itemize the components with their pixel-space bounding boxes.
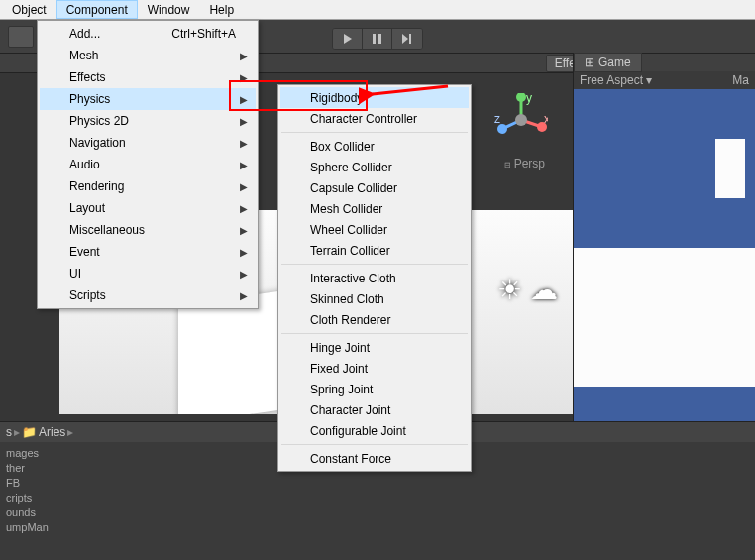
chevron-right-icon: ▶ xyxy=(240,138,248,149)
projection-label[interactable]: ⊟ Persp xyxy=(504,157,545,170)
component-dropdown: Add... Ctrl+Shift+A Mesh▶ Effects▶ Physi… xyxy=(37,20,259,309)
menu-ui[interactable]: UI▶ xyxy=(40,263,256,284)
menu-separator xyxy=(281,444,468,445)
submenu-capsule-collider[interactable]: Capsule Collider xyxy=(280,177,469,198)
menu-physics-2d[interactable]: Physics 2D▶ xyxy=(40,110,256,132)
submenu-configurable-joint[interactable]: Configurable Joint xyxy=(280,420,469,441)
play-controls xyxy=(332,28,423,50)
game-tab[interactable]: ⊞ Game xyxy=(574,53,642,72)
submenu-character-controller[interactable]: Character Controller xyxy=(280,108,469,129)
asset-item[interactable]: umpMan xyxy=(6,520,749,534)
svg-marker-3 xyxy=(402,34,408,44)
submenu-interactive-cloth[interactable]: Interactive Cloth xyxy=(280,268,469,288)
game-icon: ⊞ xyxy=(585,56,594,69)
submenu-spring-joint[interactable]: Spring Joint xyxy=(280,379,469,399)
step-button[interactable] xyxy=(392,29,422,49)
submenu-rigidbody[interactable]: Rigidbody xyxy=(280,87,469,108)
submenu-constant-force[interactable]: Constant Force xyxy=(280,448,469,469)
menu-component[interactable]: Component xyxy=(56,0,138,19)
menu-audio[interactable]: Audio▶ xyxy=(40,154,256,175)
chevron-right-icon: ▶ xyxy=(240,72,248,83)
aspect-dropdown[interactable]: Free Aspect ▾ xyxy=(580,73,652,87)
menu-separator xyxy=(281,132,468,133)
menubar: Object Component Window Help xyxy=(0,0,755,20)
pause-button[interactable] xyxy=(363,29,392,49)
svg-marker-0 xyxy=(344,34,352,44)
svg-text:y: y xyxy=(526,93,532,105)
menu-shortcut-label: Ctrl+Shift+A xyxy=(171,27,236,41)
submenu-character-joint[interactable]: Character Joint xyxy=(280,399,469,420)
chevron-right-icon: ▶ xyxy=(240,94,248,105)
asset-item[interactable]: ounds xyxy=(6,505,749,519)
breadcrumb-item: 📁 Aries▸ xyxy=(22,425,73,439)
asset-item[interactable]: cripts xyxy=(6,491,749,504)
menu-add[interactable]: Add... Ctrl+Shift+A xyxy=(40,23,256,45)
chevron-right-icon: ▶ xyxy=(240,247,248,258)
tool-hand-icon[interactable] xyxy=(8,26,34,48)
chevron-right-icon: ▶ xyxy=(240,269,248,280)
submenu-sphere-collider[interactable]: Sphere Collider xyxy=(280,157,469,177)
chevron-right-icon: ▶ xyxy=(240,116,248,127)
menu-navigation[interactable]: Navigation▶ xyxy=(40,132,256,154)
svg-point-6 xyxy=(516,93,526,102)
maximize-toggle[interactable]: Ma xyxy=(732,73,749,87)
chevron-right-icon: ▶ xyxy=(240,51,248,61)
svg-text:x: x xyxy=(544,112,548,126)
game-panel: ⊞ Game Free Aspect ▾ Ma xyxy=(573,54,755,421)
submenu-terrain-collider[interactable]: Terrain Collider xyxy=(280,240,469,261)
light-gizmo-icon: ☀ ☁ xyxy=(497,274,558,306)
submenu-fixed-joint[interactable]: Fixed Joint xyxy=(280,358,469,379)
menu-layout[interactable]: Layout▶ xyxy=(40,197,256,219)
svg-point-14 xyxy=(515,114,527,126)
submenu-mesh-collider[interactable]: Mesh Collider xyxy=(280,198,469,219)
submenu-cloth-renderer[interactable]: Cloth Renderer xyxy=(280,309,469,330)
chevron-right-icon: ▶ xyxy=(240,290,248,301)
menu-window[interactable]: Window xyxy=(138,0,200,19)
menu-effects[interactable]: Effects▶ xyxy=(40,66,256,88)
menu-mesh[interactable]: Mesh▶ xyxy=(40,45,256,66)
chevron-right-icon: ▶ xyxy=(240,181,248,192)
menu-separator xyxy=(281,264,468,265)
chevron-right-icon: ▶ xyxy=(240,160,248,170)
menu-help[interactable]: Help xyxy=(199,0,244,19)
play-button[interactable] xyxy=(333,29,363,49)
menu-event[interactable]: Event▶ xyxy=(40,241,256,263)
breadcrumb-item: s▸ xyxy=(6,425,20,439)
game-cube xyxy=(715,139,745,198)
chevron-right-icon: ▶ xyxy=(240,225,248,236)
game-view xyxy=(574,89,755,421)
chevron-right-icon: ▶ xyxy=(240,203,248,214)
menu-miscellaneous[interactable]: Miscellaneous▶ xyxy=(40,219,256,241)
physics-submenu: Rigidbody Character Controller Box Colli… xyxy=(277,84,472,472)
svg-text:z: z xyxy=(494,112,500,126)
submenu-hinge-joint[interactable]: Hinge Joint xyxy=(280,337,469,358)
game-floor xyxy=(574,248,755,387)
menu-physics[interactable]: Physics▶ xyxy=(40,88,256,110)
submenu-skinned-cloth[interactable]: Skinned Cloth xyxy=(280,288,469,309)
svg-rect-4 xyxy=(409,34,411,44)
menu-separator xyxy=(281,333,468,334)
menu-rendering[interactable]: Rendering▶ xyxy=(40,175,256,197)
asset-item[interactable]: FB xyxy=(6,476,749,490)
submenu-wheel-collider[interactable]: Wheel Collider xyxy=(280,219,469,240)
menu-scripts[interactable]: Scripts▶ xyxy=(40,284,256,306)
svg-rect-2 xyxy=(378,34,381,44)
submenu-box-collider[interactable]: Box Collider xyxy=(280,136,469,157)
menu-object[interactable]: Object xyxy=(2,0,56,19)
svg-rect-1 xyxy=(373,34,376,44)
orientation-gizmo-icon[interactable]: y x z xyxy=(494,93,548,147)
